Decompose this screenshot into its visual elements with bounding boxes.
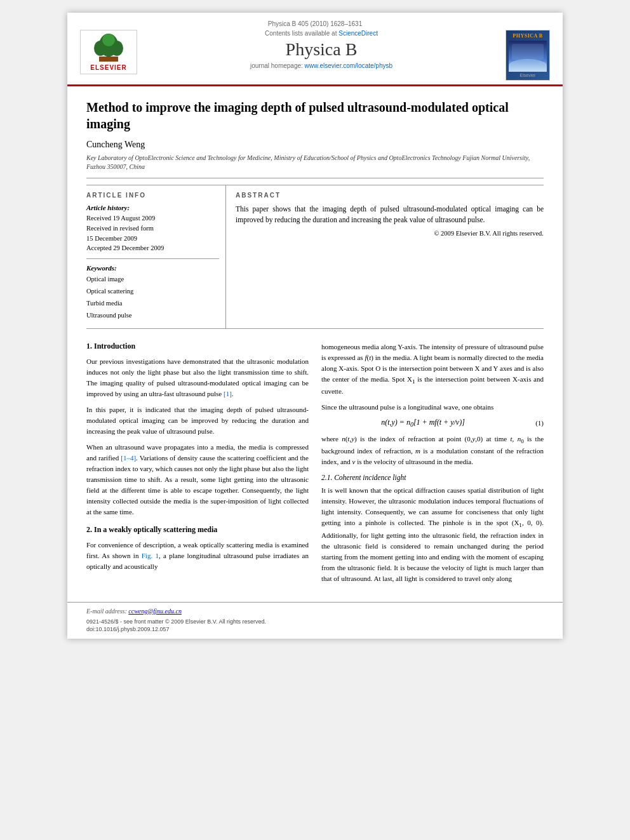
journal-center-info: Contents lists available at ScienceDirec… [137, 30, 506, 69]
keyword-3: Turbid media [86, 298, 219, 310]
abstract-label: ABSTRACT [236, 192, 544, 199]
right-para-4: It is well known that the optical diffra… [321, 485, 544, 584]
keywords-list: Optical image Optical scattering Turbid … [86, 274, 219, 322]
info-divider [86, 258, 219, 259]
body-columns: 1. Introduction Our previous investigati… [86, 342, 544, 589]
accepted-date: Accepted 29 December 2009 [86, 243, 219, 253]
equation-1-row: n(t,y) = n0[1 + mf(t + y/v)] (1) [321, 418, 544, 428]
keyword-2: Optical scattering [86, 286, 219, 298]
divider [86, 178, 544, 178]
equation-1: n(t,y) = n0[1 + mf(t + y/v)] [321, 418, 525, 428]
top-citation: Physica B 405 (2010) 1628–1631 [80, 19, 550, 30]
right-para-2: Since the ultrasound pulse is a longitud… [321, 402, 544, 413]
keyword-4: Ultrasound pulse [86, 310, 219, 322]
keywords-label: Keywords: [86, 264, 219, 272]
keyword-1: Optical image [86, 274, 219, 286]
affiliation: Key Laboratory of OptoElectronic Science… [86, 154, 544, 171]
intro-para-3: When an ultrasound wave propagates into … [86, 442, 309, 517]
author-email[interactable]: ccweng@fjnu.edu.cn [128, 608, 182, 615]
page-footer: E-mail address: ccweng@fjnu.edu.cn 0921-… [67, 602, 563, 639]
meta-abstract-section: ARTICLE INFO Article history: Received 1… [86, 185, 544, 329]
author-name: Cuncheng Weng [86, 140, 544, 150]
journal-header: Physica B 405 (2010) 1628–1631 ELSEVIER … [67, 13, 563, 86]
article-page: Physica B 405 (2010) 1628–1631 ELSEVIER … [67, 13, 563, 639]
journal-title: Physica B [144, 39, 499, 60]
revised-label: Received in revised form [86, 223, 219, 234]
article-info-column: ARTICLE INFO Article history: Received 1… [86, 185, 226, 328]
journal-cover-image: PHYSICA B Elsevier [506, 30, 550, 81]
received-date: Received 19 August 2009 [86, 213, 219, 223]
journal-url[interactable]: www.elsevier.com/locate/physb [305, 62, 392, 69]
sciencedirect-line: Contents lists available at ScienceDirec… [144, 30, 499, 37]
sciencedirect-link[interactable]: ScienceDirect [338, 30, 378, 37]
history-label: Article history: [86, 204, 219, 211]
article-content: Method to improve the imaging depth of p… [67, 86, 563, 602]
section2-heading: 2. In a weakly optically scattering medi… [86, 525, 309, 535]
journal-homepage-line: journal homepage: www.elsevier.com/locat… [144, 62, 499, 69]
right-para-1: homogeneous media along Y-axis. The inte… [321, 342, 544, 397]
svg-rect-5 [99, 57, 118, 62]
right-column: homogeneous media along Y-axis. The inte… [321, 342, 544, 589]
ref-1-4[interactable]: [1–4] [121, 454, 136, 462]
abstract-text: This paper shows that the imaging depth … [236, 204, 544, 226]
email-note: E-mail address: ccweng@fjnu.edu.cn [86, 608, 544, 615]
subsection-2-1-heading: 2.1. Coherent incidence light [321, 474, 544, 481]
ref-1[interactable]: [1] [224, 390, 232, 397]
intro-heading: 1. Introduction [86, 342, 309, 351]
svg-point-4 [102, 34, 115, 46]
elsevier-brand-label: ELSEVIER [90, 64, 126, 71]
issn-line: 0921-4526/$ - see front matter © 2009 El… [86, 618, 544, 625]
article-info-label: ARTICLE INFO [86, 192, 219, 199]
fig1-ref[interactable]: Fig. 1 [142, 552, 159, 559]
intro-para-2: In this paper, it is indicated that the … [86, 404, 309, 437]
section2-para: For convenience of description, a weak o… [86, 540, 309, 572]
doi-line: doi:10.1016/j.physb.2009.12.057 [86, 626, 544, 632]
elsevier-tree-icon [86, 32, 131, 64]
copyright-text: © 2009 Elsevier B.V. All rights reserved… [236, 230, 544, 237]
elsevier-logo: ELSEVIER [80, 30, 137, 74]
left-column: 1. Introduction Our previous investigati… [86, 342, 309, 589]
intro-para-1: Our previous investigations have demonst… [86, 356, 309, 399]
article-title: Method to improve the imaging depth of p… [86, 99, 544, 132]
abstract-column: ABSTRACT This paper shows that the imagi… [226, 185, 544, 328]
journal-top-bar: ELSEVIER Contents lists available at Sci… [80, 30, 550, 81]
revised-date: 15 December 2009 [86, 234, 219, 244]
equation-1-number: (1) [525, 419, 544, 427]
right-para-3: where n(t,y) is the index of refraction … [321, 434, 544, 467]
